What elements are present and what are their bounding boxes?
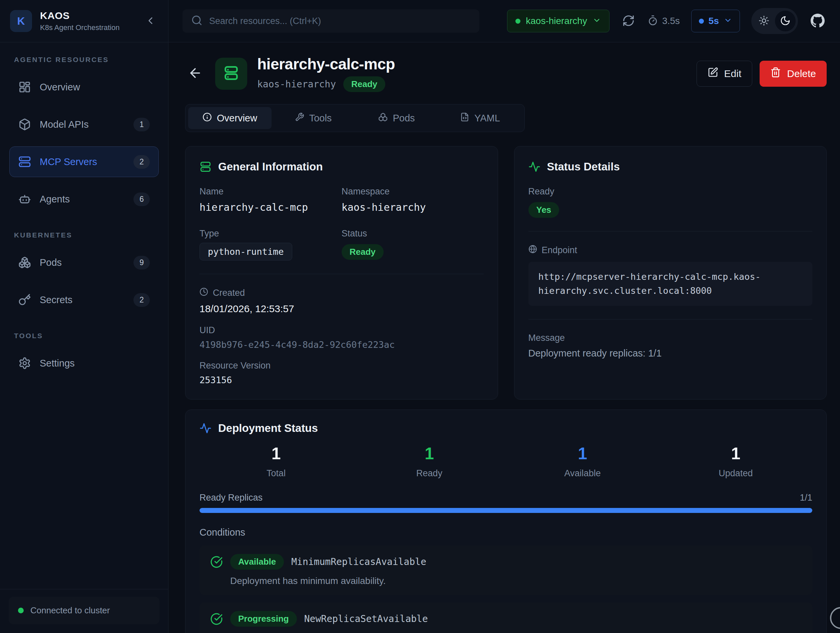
field-value: kaos-hierarchy xyxy=(342,201,484,213)
tab-label: Overview xyxy=(217,113,257,124)
refresh-interval-label: 5s xyxy=(709,16,719,26)
sidebar-item-mcp-servers[interactable]: MCP Servers 2 xyxy=(9,147,159,177)
stat-updated: 1 Updated xyxy=(659,445,812,478)
search-box[interactable] xyxy=(183,9,479,33)
sidebar-item-label: Pods xyxy=(40,257,125,268)
edit-button[interactable]: Edit xyxy=(696,61,753,87)
refresh-duration: 3.5s xyxy=(647,15,680,27)
boxes-icon xyxy=(378,112,388,124)
server-icon xyxy=(18,155,31,168)
condition-reason: NewReplicaSetAvailable xyxy=(304,613,428,624)
activity-pulse-icon xyxy=(199,422,212,434)
sidebar-item-pods[interactable]: Pods 9 xyxy=(9,247,159,278)
field-label: Created xyxy=(213,288,245,298)
field-message: Message Deployment ready replicas: 1/1 xyxy=(529,333,813,359)
status-badge: Ready xyxy=(343,76,385,92)
ready-yes-badge: Yes xyxy=(529,202,559,218)
tab-overview[interactable]: Overview xyxy=(188,107,272,129)
dark-theme-button[interactable] xyxy=(775,11,796,32)
sidebar-collapse-button[interactable] xyxy=(143,13,158,29)
page-title: hierarchy-calc-mcp xyxy=(257,55,395,73)
deployment-status-card: Deployment Status 1 Total 1 Ready 1 Avai… xyxy=(185,410,827,633)
sidebar-item-secrets[interactable]: Secrets 2 xyxy=(9,284,159,315)
deployment-stats-row: 1 Total 1 Ready 1 Available 1 Updated xyxy=(199,445,812,478)
section-label-tools: TOOLS xyxy=(14,332,159,340)
sidebar-item-count: 6 xyxy=(133,193,150,206)
connected-dot-icon xyxy=(18,608,24,613)
tab-label: Pods xyxy=(393,113,415,124)
trash-icon xyxy=(770,67,781,80)
search-input[interactable] xyxy=(209,16,471,26)
ready-replicas-row: Ready Replicas 1/1 xyxy=(199,493,812,503)
general-info-grid: Name hierarchy-calc-mcp Namespace kaos-h… xyxy=(199,186,484,260)
stat-ready: 1 Ready xyxy=(353,445,506,478)
ready-replicas-progress-fill xyxy=(199,508,812,513)
stat-value: 1 xyxy=(353,445,506,463)
github-icon xyxy=(811,14,825,29)
created-value: 18/01/2026, 12:53:57 xyxy=(199,303,484,314)
server-icon xyxy=(199,161,212,173)
connection-status-text: Connected to cluster xyxy=(30,605,110,616)
field-created: Created 18/01/2026, 12:53:57 xyxy=(199,287,484,314)
field-type: Type python-runtime xyxy=(199,229,342,260)
light-theme-button[interactable] xyxy=(753,11,774,32)
sidebar-nav: AGENTIC RESOURCES Overview Model APIs 1 … xyxy=(0,43,168,379)
field-ready: Ready Yes xyxy=(529,186,813,218)
key-icon xyxy=(18,294,31,306)
card-heading: Deployment Status xyxy=(199,422,812,434)
field-label: Endpoint xyxy=(542,245,578,256)
field-label: Ready xyxy=(529,186,813,197)
theme-toggle xyxy=(751,8,798,34)
condition-top: Progressing NewReplicaSetAvailable xyxy=(210,611,802,627)
condition-available: Available MinimumReplicasAvailable Deplo… xyxy=(199,545,812,595)
sidebar-item-label: Model APIs xyxy=(40,119,125,130)
card-heading-text: Deployment Status xyxy=(218,422,318,434)
section-label-kubernetes: KUBERNETES xyxy=(14,231,159,239)
field-label: Namespace xyxy=(342,186,484,197)
sidebar-header: K KAOS K8s Agent Orchestration xyxy=(0,0,168,43)
namespace-selector-label: kaos-hierarchy xyxy=(526,16,587,26)
card-heading: General Information xyxy=(199,160,484,173)
refresh-interval-selector[interactable]: 5s xyxy=(691,9,740,32)
tab-pods[interactable]: Pods xyxy=(355,107,438,129)
delete-button[interactable]: Delete xyxy=(759,61,827,87)
namespace-status-dot-icon xyxy=(515,19,520,24)
refresh-button[interactable] xyxy=(621,13,636,29)
robot-icon xyxy=(18,193,31,205)
card-heading-text: Status Details xyxy=(547,160,620,173)
namespace-selector[interactable]: kaos-hierarchy xyxy=(507,9,609,32)
back-button[interactable] xyxy=(185,63,205,84)
sidebar-item-label: Agents xyxy=(40,194,125,205)
interval-dot-icon xyxy=(699,19,704,24)
stat-label: Total xyxy=(199,468,353,478)
resource-icon-tile xyxy=(215,58,247,90)
server-icon xyxy=(223,65,240,83)
sidebar-item-overview[interactable]: Overview xyxy=(9,72,159,103)
status-details-card: Status Details Ready Yes Endpoint http:/… xyxy=(514,146,827,399)
topbar: kaos-hierarchy 3.5s 5s xyxy=(169,0,840,43)
tab-tools[interactable]: Tools xyxy=(272,107,355,129)
app-name: KAOS xyxy=(40,10,135,21)
tab-yaml[interactable]: YAML xyxy=(438,107,522,129)
condition-reason: MinimumReplicasAvailable xyxy=(291,556,426,567)
sidebar-item-agents[interactable]: Agents 6 xyxy=(9,184,159,215)
field-label: Message xyxy=(529,333,813,343)
ready-replicas-progress-track xyxy=(199,508,812,513)
message-text: Deployment ready replicas: 1/1 xyxy=(529,348,813,359)
field-endpoint: Endpoint http://mcpserver-hierarchy-calc… xyxy=(529,245,813,306)
field-resource-version: Resource Version 253156 xyxy=(199,360,484,385)
moon-icon xyxy=(780,15,791,27)
stat-value: 1 xyxy=(659,445,812,463)
wrench-icon xyxy=(295,112,304,124)
tab-label: YAML xyxy=(474,113,500,124)
sidebar-item-settings[interactable]: Settings xyxy=(9,348,159,379)
card-heading-text: General Information xyxy=(218,160,323,173)
stat-value: 1 xyxy=(506,445,659,463)
github-link[interactable] xyxy=(809,12,826,30)
field-label: Resource Version xyxy=(199,360,484,371)
app-titles: KAOS K8s Agent Orchestration xyxy=(40,10,135,32)
arrow-left-icon xyxy=(188,66,202,81)
file-code-icon xyxy=(460,112,469,124)
sidebar-item-model-apis[interactable]: Model APIs 1 xyxy=(9,109,159,140)
cube-icon xyxy=(18,118,31,131)
